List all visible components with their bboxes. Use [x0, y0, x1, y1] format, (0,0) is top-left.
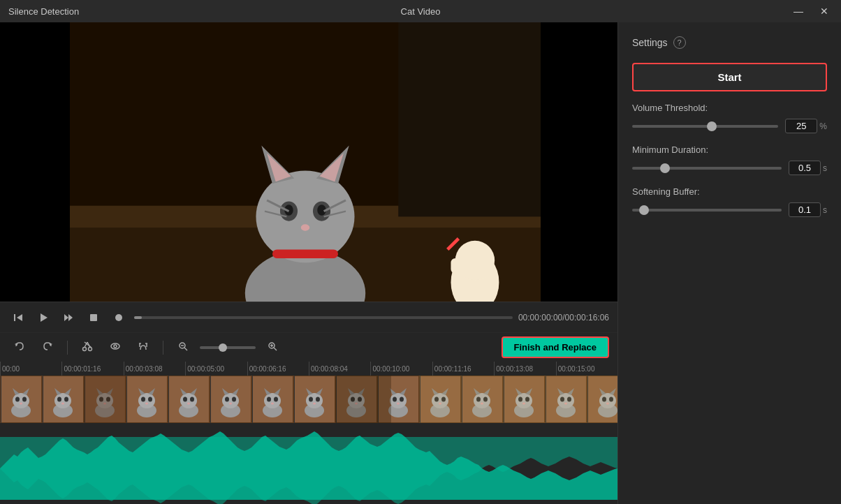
ruler-mark-9: 00:00:15:00	[556, 362, 617, 376]
video-black-left	[0, 22, 70, 302]
progress-bar[interactable]	[134, 316, 513, 319]
video-black-right	[541, 22, 617, 302]
svg-line-46	[184, 348, 187, 350]
svg-marker-27	[41, 313, 47, 322]
visibility-button[interactable]	[104, 338, 126, 357]
undo-button[interactable]	[8, 338, 31, 357]
svg-rect-3	[398, 22, 541, 216]
ruler-marks: 00:00 00:00:01:16 00:00:03:08 00:00:05:0…	[0, 362, 617, 376]
svg-rect-30	[90, 314, 97, 321]
minimize-button[interactable]: —	[789, 4, 807, 18]
volume-threshold-unit: %	[819, 121, 827, 131]
volume-threshold-input[interactable]	[785, 119, 817, 133]
app-title: Silence Detection	[8, 6, 79, 17]
playback-controls: 00:00:00:00/00:00:16:06	[0, 302, 617, 332]
ruler-mark-5: 00:00:08:04	[309, 362, 370, 376]
titlebar: Silence Detection Cat Video — ✕	[0, 0, 841, 22]
magnet-button[interactable]	[132, 338, 154, 357]
volume-threshold-label: Volume Threshold:	[632, 103, 827, 113]
close-button[interactable]: ✕	[816, 4, 833, 18]
video-preview: Cutest	[0, 22, 617, 302]
svg-marker-28	[64, 314, 68, 321]
minimum-duration-label: Minimum Duration:	[632, 144, 827, 155]
cat-video-frame: Cutest	[70, 22, 541, 302]
ruler-mark-6: 00:00:10:00	[370, 362, 432, 376]
svg-rect-63	[419, 376, 617, 423]
finish-replace-button[interactable]: Finish and Replace	[502, 336, 609, 358]
minimum-duration-row: Minimum Duration: s	[632, 144, 827, 175]
volume-threshold-control: %	[632, 119, 827, 133]
softening-buffer-slider[interactable]	[632, 209, 782, 212]
softening-buffer-input[interactable]	[789, 202, 821, 217]
svg-point-31	[115, 314, 122, 321]
minimum-duration-input[interactable]	[789, 161, 821, 175]
svg-marker-26	[17, 314, 22, 321]
softening-buffer-unit: s	[823, 205, 827, 215]
record-button[interactable]	[109, 309, 129, 326]
svg-rect-21	[451, 258, 460, 274]
main-layout: Cutest	[0, 22, 841, 504]
zoom-slider[interactable]	[200, 346, 256, 349]
toolbar-divider-2	[163, 341, 163, 355]
minimum-duration-value-box: s	[789, 161, 827, 175]
minimum-duration-slider[interactable]	[632, 167, 782, 170]
ruler-mark-8: 00:00:13:08	[494, 362, 555, 376]
start-button[interactable]: Start	[632, 63, 827, 91]
ruler-mark-7: 00:00:11:16	[432, 362, 494, 376]
left-panel: Cutest	[0, 22, 617, 504]
timeline-area: 00:00 00:00:01:16 00:00:03:08 00:00:05:0…	[0, 362, 617, 504]
svg-point-14	[301, 224, 310, 230]
cut-button[interactable]	[76, 338, 98, 357]
right-panel: Settings ? Start Volume Threshold: % Min…	[617, 22, 841, 504]
svg-rect-64	[84, 376, 126, 423]
svg-line-49	[274, 348, 277, 350]
ruler-mark-4: 00:00:06:16	[247, 362, 309, 376]
thumbnail-strip	[0, 376, 617, 423]
svg-rect-23	[272, 249, 338, 258]
waveform-svg	[0, 423, 617, 504]
minimum-duration-control: s	[632, 161, 827, 175]
play-button[interactable]	[34, 309, 53, 326]
minimum-duration-unit: s	[823, 163, 827, 173]
ruler-mark-0: 00:00	[0, 362, 61, 376]
softening-buffer-control: s	[632, 202, 827, 217]
svg-point-5	[256, 171, 354, 263]
softening-buffer-value-box: s	[789, 202, 827, 217]
video-content: Cutest	[70, 22, 541, 302]
help-icon[interactable]: ?	[673, 36, 686, 49]
toolbar-divider-1	[67, 341, 68, 355]
svg-marker-29	[68, 314, 73, 321]
redo-button[interactable]	[36, 338, 59, 357]
volume-threshold-row: Volume Threshold: %	[632, 103, 827, 133]
ruler-mark-2: 00:00:03:08	[124, 362, 185, 376]
progress-fill	[134, 316, 142, 319]
softening-buffer-row: Softening Buffer: s	[632, 186, 827, 217]
zoom-out-button[interactable]	[172, 338, 194, 357]
audio-track	[0, 423, 617, 504]
settings-header: Settings ?	[632, 36, 827, 49]
timeline-ruler: 00:00 00:00:01:16 00:00:03:08 00:00:05:0…	[0, 362, 617, 376]
stop-button[interactable]	[84, 309, 103, 326]
softening-buffer-label: Softening Buffer:	[632, 186, 827, 197]
time-display: 00:00:00:00/00:00:16:06	[518, 313, 609, 323]
window-controls: — ✕	[789, 4, 833, 18]
prev-frame-button[interactable]	[8, 309, 28, 326]
volume-threshold-slider[interactable]	[632, 125, 778, 128]
edit-toolbar: Finish and Replace	[0, 332, 617, 362]
svg-rect-25	[14, 314, 15, 321]
settings-title: Settings	[632, 37, 668, 48]
ruler-mark-1: 00:00:01:16	[61, 362, 123, 376]
svg-point-39	[111, 343, 119, 349]
ruler-mark-3: 00:00:05:00	[185, 362, 247, 376]
volume-threshold-value-box: %	[785, 119, 827, 133]
svg-rect-65	[335, 376, 391, 423]
zoom-in-button[interactable]	[261, 338, 284, 357]
svg-point-20	[455, 241, 495, 280]
video-track	[0, 376, 617, 423]
video-title: Cat Video	[401, 6, 441, 17]
fast-forward-button[interactable]	[59, 309, 78, 326]
svg-point-34	[83, 347, 87, 350]
svg-point-40	[114, 345, 117, 348]
